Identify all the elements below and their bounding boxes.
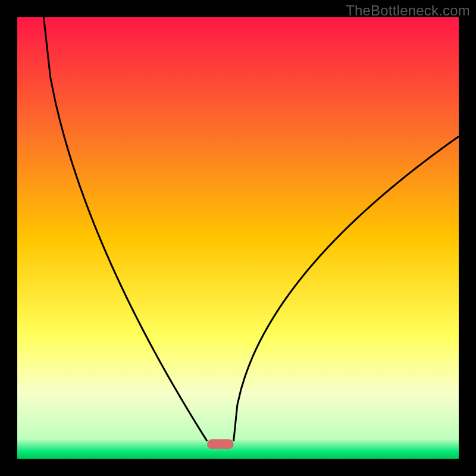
valley-marker xyxy=(207,439,234,449)
plot-frame xyxy=(17,17,459,459)
gradient-background xyxy=(17,17,459,459)
bottleneck-chart xyxy=(17,17,459,459)
watermark-text: TheBottleneck.com xyxy=(346,2,470,19)
